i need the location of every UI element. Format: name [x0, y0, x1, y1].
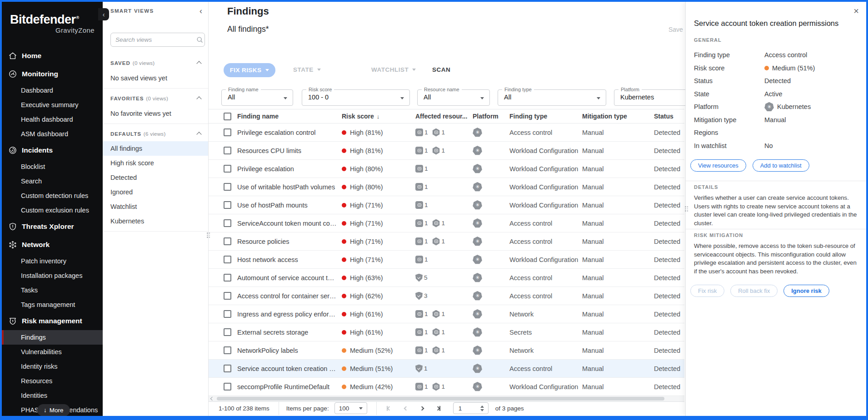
sidebar-item-patch-inventory[interactable]: Patch inventory [2, 254, 103, 268]
finding-name[interactable]: Use of hostPath mounts [237, 202, 342, 209]
table-row[interactable]: Automount of service account tokenHigh (… [209, 269, 684, 287]
sidebar-item-vulnerabilities[interactable]: Vulnerabilities [2, 345, 103, 359]
sidebar-item-blocklist[interactable]: Blocklist [2, 159, 103, 174]
search-views-input[interactable] [111, 36, 196, 43]
table-row[interactable]: NetworkPolicy labelsMedium (52%)11✳Netwo… [209, 341, 684, 360]
table-row[interactable]: Resource policiesHigh (71%)11✳Access con… [209, 232, 684, 251]
row-checkbox[interactable] [224, 292, 231, 300]
table-row[interactable]: Resources CPU limitsHigh (81%)11✳Workloa… [209, 142, 684, 160]
fix-risks-button[interactable]: FIX RISKS [224, 63, 275, 77]
filter-finding-name[interactable]: Finding nameAll [221, 89, 293, 106]
next-page-button[interactable] [420, 407, 424, 410]
filter-risk-score[interactable]: Risk score100 - 0 [302, 89, 410, 106]
smart-views-section-favorites[interactable]: FAVORITES(0 views) [103, 91, 208, 106]
sidebar-item-custom-detection-rules[interactable]: Custom detection rules [2, 188, 103, 203]
smart-views-section-defaults[interactable]: DEFAULTS(6 views) [103, 126, 208, 141]
finding-name[interactable]: Ingress and egress policy enforcem... [237, 311, 342, 318]
smart-view-all-findings[interactable]: All findings [103, 141, 208, 156]
sidebar-item-network[interactable]: Network [2, 236, 103, 254]
row-checkbox[interactable] [224, 128, 231, 136]
items-per-page-select[interactable]: 100 [334, 402, 367, 414]
table-row[interactable]: seccompProfile RuntimeDefaultMedium (42%… [209, 378, 684, 396]
page-number-input[interactable]: 1 [453, 402, 489, 414]
smart-views-collapse-icon[interactable]: ‹ [200, 7, 202, 15]
more-button[interactable]: ↓ More [37, 404, 70, 416]
table-row[interactable]: Ingress and egress policy enforcem...Hig… [209, 305, 684, 323]
table-row[interactable]: Privilege escalation controlHigh (81%)11… [209, 124, 684, 142]
scan-button[interactable]: SCAN [432, 66, 450, 73]
previous-page-button[interactable] [404, 407, 408, 410]
sidebar-item-installation-packages[interactable]: Installation packages [2, 268, 103, 283]
table-row[interactable]: Use of writable hostPath volumesHigh (80… [209, 178, 684, 196]
finding-name[interactable]: Access control for container service ... [237, 292, 342, 300]
finding-name[interactable]: External secrets storage [237, 329, 342, 336]
sidebar-collapse-button[interactable]: ‹ [98, 8, 109, 20]
sidebar-item-asm-dashboard[interactable]: ASM dashboard [2, 127, 103, 141]
sidebar-item-tasks[interactable]: Tasks [2, 283, 103, 297]
sidebar-item-identities[interactable]: Identities [2, 388, 103, 403]
row-checkbox[interactable] [224, 365, 231, 372]
save-view-button[interactable]: Save [668, 26, 683, 33]
row-checkbox[interactable] [224, 237, 231, 245]
finding-name[interactable]: ServiceAccount token mount control [237, 220, 342, 227]
row-checkbox[interactable] [224, 165, 231, 173]
column-header-platform[interactable]: Platform [473, 113, 509, 120]
finding-name[interactable]: Host network access [237, 256, 342, 263]
sidebar-item-health-dashboard[interactable]: Health dashboard [2, 112, 103, 127]
table-row[interactable]: Service account token creation perm...Me… [209, 360, 684, 378]
smart-views-resize-handle[interactable] [207, 232, 210, 238]
column-header-risk-score[interactable]: Risk score↓ [342, 113, 415, 120]
sidebar-item-findings[interactable]: Findings [2, 330, 103, 345]
column-header-status[interactable]: Status [654, 113, 684, 120]
column-header-finding-name[interactable]: Finding name [237, 113, 342, 120]
spinner-up-icon[interactable] [480, 405, 484, 408]
row-checkbox[interactable] [224, 201, 231, 209]
row-checkbox[interactable] [224, 147, 231, 154]
sidebar-item-monitoring[interactable]: Monitoring [2, 65, 103, 83]
finding-name[interactable]: Resource policies [237, 238, 342, 245]
sidebar-item-search[interactable]: Search [2, 174, 103, 188]
sidebar-item-executive-summary[interactable]: Executive summary [2, 98, 103, 112]
finding-name[interactable]: NetworkPolicy labels [237, 347, 342, 354]
table-row[interactable]: Host network accessHigh (71%)1✳Workload … [209, 251, 684, 269]
scrollbar-thumb[interactable] [217, 397, 664, 400]
state-dropdown[interactable]: STATE [293, 66, 321, 73]
sidebar-item-risk-management[interactable]: Risk management [2, 312, 103, 330]
detail-panel-resize-handle[interactable] [685, 206, 688, 212]
last-page-button[interactable] [436, 406, 440, 411]
ignore-risk-button[interactable]: Ignore risk [783, 285, 829, 297]
sidebar-item-resources[interactable]: Resources [2, 374, 103, 388]
table-row[interactable]: Privilege escalationHigh (80%)1✳Workload… [209, 160, 684, 178]
filter-finding-type[interactable]: Finding typeAll [498, 89, 606, 106]
fix-risk-button[interactable]: Fix risk [690, 285, 724, 297]
row-checkbox[interactable] [224, 219, 231, 227]
smart-views-section-saved[interactable]: SAVED(0 views) [103, 55, 208, 70]
smart-view-watchlist[interactable]: Watchlist [103, 199, 208, 214]
add-to-watchlist-button[interactable]: Add to watchlist [753, 159, 809, 172]
sidebar-item-dashboard[interactable]: Dashboard [2, 83, 103, 98]
column-header-finding-type[interactable]: Finding type [509, 113, 582, 120]
sidebar-item-custom-exclusion-rules[interactable]: Custom exclusion rules [2, 203, 103, 217]
filter-resource-name[interactable]: Resource nameAll [417, 89, 490, 106]
sidebar-item-incidents[interactable]: Incidents [2, 141, 103, 159]
finding-name[interactable]: Privilege escalation control [237, 129, 342, 136]
row-checkbox[interactable] [224, 256, 231, 263]
roll-back-fix-button[interactable]: Roll back fix [730, 285, 778, 297]
view-resources-button[interactable]: View resources [690, 159, 746, 172]
close-icon[interactable]: × [853, 6, 859, 15]
smart-view-ignored[interactable]: Ignored [103, 185, 208, 199]
finding-name[interactable]: Use of writable hostPath volumes [237, 183, 342, 191]
sidebar-item-threats-xplorer[interactable]: Threats Xplorer [2, 217, 103, 236]
smart-view-high-risk-score[interactable]: High risk score [103, 156, 208, 170]
sidebar-item-identity-risks[interactable]: Identity risks [2, 359, 103, 374]
select-all-checkbox[interactable] [224, 113, 231, 120]
table-row[interactable]: Access control for container service ...… [209, 287, 684, 305]
table-row[interactable]: Use of hostPath mountsHigh (71%)1✳Worklo… [209, 196, 684, 214]
spinner-down-icon[interactable] [480, 409, 484, 411]
finding-name[interactable]: Resources CPU limits [237, 147, 342, 154]
sidebar-item-tags-management[interactable]: Tags management [2, 297, 103, 312]
row-checkbox[interactable] [224, 310, 231, 318]
table-row[interactable]: External secrets storageHigh (61%)11✳Sec… [209, 323, 684, 341]
finding-name[interactable]: Automount of service account token [237, 274, 342, 282]
finding-name[interactable]: seccompProfile RuntimeDefault [237, 383, 342, 390]
